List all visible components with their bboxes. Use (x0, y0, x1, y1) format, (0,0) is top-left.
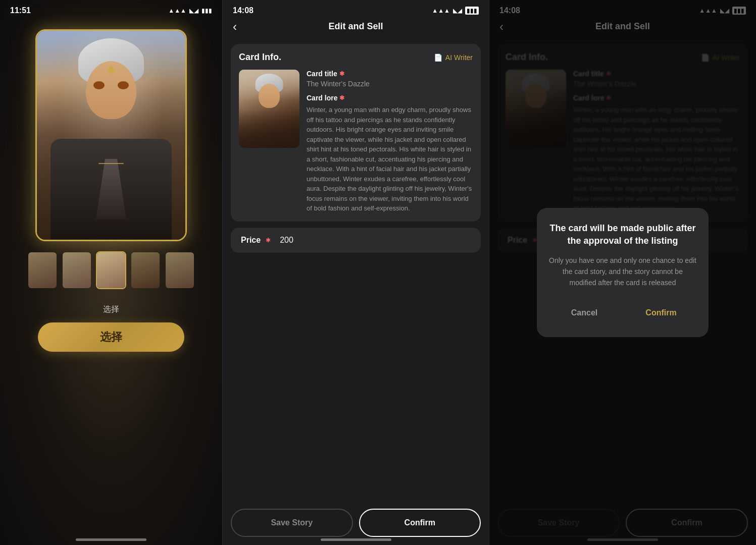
required-star-title-2: ✱ (339, 70, 344, 77)
thumbnails-row (27, 251, 195, 289)
price-label-2: Price (241, 236, 261, 245)
select-button[interactable]: 选择 (38, 322, 184, 352)
confirm-button-2[interactable]: Confirm (359, 509, 481, 537)
card-info-section-2: Card Info. 📄 AI Writer (231, 44, 481, 222)
modal-cancel-label: Cancel (571, 308, 597, 317)
save-story-label-2: Save Story (271, 518, 313, 527)
ai-writer-icon-2: 📄 (434, 53, 442, 62)
panel-card-selection: 11:51 ▲▲▲ ◣◢ ▮▮▮ (0, 0, 222, 545)
thumb-5[interactable] (165, 251, 195, 289)
thumb-3[interactable] (96, 251, 126, 289)
card-lore-text-2: Winter, a young man with an edgy charm, … (307, 105, 473, 213)
card-title-value-2: The Winter's Dazzle (307, 80, 473, 88)
card-title-label-2: Card title ✱ (307, 70, 473, 78)
time-2: 14:08 (233, 6, 254, 15)
thumb-4[interactable] (130, 251, 161, 289)
home-indicator-2 (321, 538, 391, 541)
nav-header-2: ‹ Edit and Sell (223, 19, 489, 38)
price-value-2: 200 (280, 236, 293, 245)
modal-actions: Cancel Confirm (549, 301, 696, 325)
section-title-2: Card Info. (239, 52, 281, 63)
select-button-label: 选择 (100, 330, 122, 345)
status-icons-2: ▲▲▲ ◣◢ ▮▮▮ (432, 7, 479, 15)
required-star-lore-2: ✱ (339, 94, 344, 101)
card-fields-2: Card title ✱ The Winter's Dazzle Card lo… (307, 70, 473, 213)
ai-writer-label-2: AI Writer (445, 53, 473, 62)
price-star-2: ✱ (266, 237, 271, 244)
time-1: 11:51 (10, 6, 31, 15)
card-thumbnail-2 (239, 70, 299, 148)
panel-edit-sell-modal: 14:08 ▲▲▲ ◣◢ ▮▮▮ ‹ Edit and Sell Card In… (489, 0, 756, 545)
status-icons-1: ▲▲▲ ◣◢ ▮▮▮ (168, 7, 212, 14)
ai-writer-button-2[interactable]: 📄 AI Writer (434, 53, 473, 62)
modal-description: Only you have one and only one chance to… (549, 255, 696, 289)
card-lore-label-2: Card lore ✱ (307, 94, 473, 102)
back-button-2[interactable]: ‹ (233, 20, 237, 34)
wifi-icon-2: ◣◢ (453, 7, 462, 14)
section-header-2: Card Info. 📄 AI Writer (239, 52, 473, 63)
modal-overlay[interactable]: The card will be made public after the a… (489, 0, 756, 545)
scroll-content-2: Card Info. 📄 AI Writer (223, 38, 489, 501)
battery-icon-1: ▮▮▮ (201, 7, 212, 14)
signal-icon-2: ▲▲▲ (432, 7, 450, 14)
modal-confirm-label: Confirm (645, 308, 676, 317)
card-frame (35, 29, 187, 241)
save-story-button-2[interactable]: Save Story (231, 509, 353, 537)
price-section-2: Price ✱ 200 (231, 228, 481, 253)
modal-cancel-button[interactable]: Cancel (549, 301, 620, 325)
card-detail-row-2: Card title ✱ The Winter's Dazzle Card lo… (239, 70, 473, 213)
select-label: 选择 (103, 304, 119, 315)
thumb-2[interactable] (62, 251, 92, 289)
home-indicator-1 (76, 538, 146, 541)
wifi-icon-1: ◣◢ (189, 7, 198, 14)
card-image (37, 31, 185, 240)
status-bar-2: 14:08 ▲▲▲ ◣◢ ▮▮▮ (223, 0, 489, 19)
modal-box: The card will be made public after the a… (537, 208, 709, 337)
signal-icon-1: ▲▲▲ (168, 7, 186, 14)
modal-title: The card will be made public after the a… (549, 222, 696, 247)
status-bar-1: 11:51 ▲▲▲ ◣◢ ▮▮▮ (0, 0, 222, 19)
confirm-label-2: Confirm (405, 518, 435, 527)
thumb-1[interactable] (27, 251, 58, 289)
nav-title-2: Edit and Sell (328, 21, 383, 32)
battery-icon-2: ▮▮▮ (465, 7, 479, 15)
modal-confirm-button[interactable]: Confirm (626, 301, 696, 325)
panel-edit-sell: 14:08 ▲▲▲ ◣◢ ▮▮▮ ‹ Edit and Sell Card In… (222, 0, 489, 545)
